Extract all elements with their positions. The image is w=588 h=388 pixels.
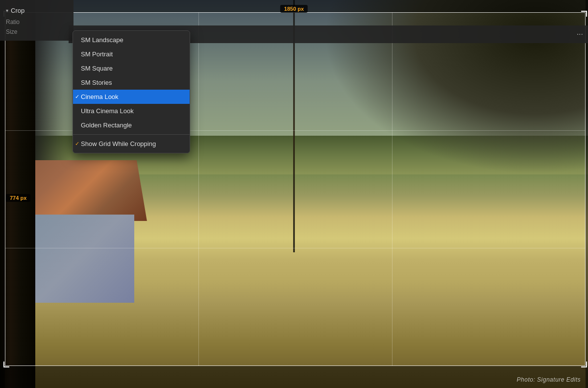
menu-item-label: Ultra Cinema Look [81,107,134,115]
crop-overlay-right [586,0,588,388]
dimension-height-label: 774 px [6,194,30,202]
size-row: Size [0,27,74,37]
crop-overlay-bottom [0,366,588,388]
crop-handle-tr[interactable] [581,11,587,17]
checkmark-icon: ✓ [75,94,79,100]
menu-item-label: SM Stories [81,79,112,86]
ratio-dropdown-menu: SM Landscape SM Portrait SM Square SM St… [73,30,190,153]
crop-handle-br[interactable] [581,362,587,367]
photo-watermark: Photo: Signature Edits [517,376,581,383]
house-wall [24,215,134,303]
house-roof [18,160,147,221]
menu-item-label: Golden Rectangle [81,121,132,129]
menu-item-label: Cinema Look [81,93,119,100]
menu-item-sm-stories[interactable]: SM Stories [73,75,190,90]
crop-overlay-left [0,0,5,388]
ratio-row: Ratio [0,17,74,27]
size-label: Size [6,28,25,35]
menu-item-ultra-cinema-look[interactable]: Ultra Cinema Look [73,104,190,118]
menu-item-label: SM Portrait [81,50,113,58]
menu-item-cinema-look[interactable]: ✓ Cinema Look [73,90,190,104]
left-panel: ▾ Crop Ratio Size [0,0,74,41]
menu-item-label: SM Landscape [81,36,123,44]
ratio-label: Ratio [6,19,25,25]
crop-label: Crop [11,7,24,14]
house [18,167,147,303]
menu-item-label: SM Square [81,65,113,72]
menu-divider [73,134,190,135]
show-grid-checkmark-icon: ✓ [75,141,79,147]
dimension-width-label: 1850 px [280,5,308,13]
menu-item-sm-portrait[interactable]: SM Portrait [73,47,190,61]
menu-item-sm-square[interactable]: SM Square [73,61,190,75]
menu-item-sm-landscape[interactable]: SM Landscape [73,33,190,47]
crop-section-header: ▾ Crop [0,4,74,17]
toolbar-more-button[interactable]: ··· [577,30,583,39]
show-grid-label: Show Grid While Cropping [81,140,156,147]
section-arrow-icon: ▾ [6,8,8,13]
menu-item-golden-rectangle[interactable]: Golden Rectangle [73,118,190,132]
crop-handle-bl[interactable] [3,362,9,367]
menu-item-show-grid[interactable]: ✓ Show Grid While Cropping [73,137,190,151]
